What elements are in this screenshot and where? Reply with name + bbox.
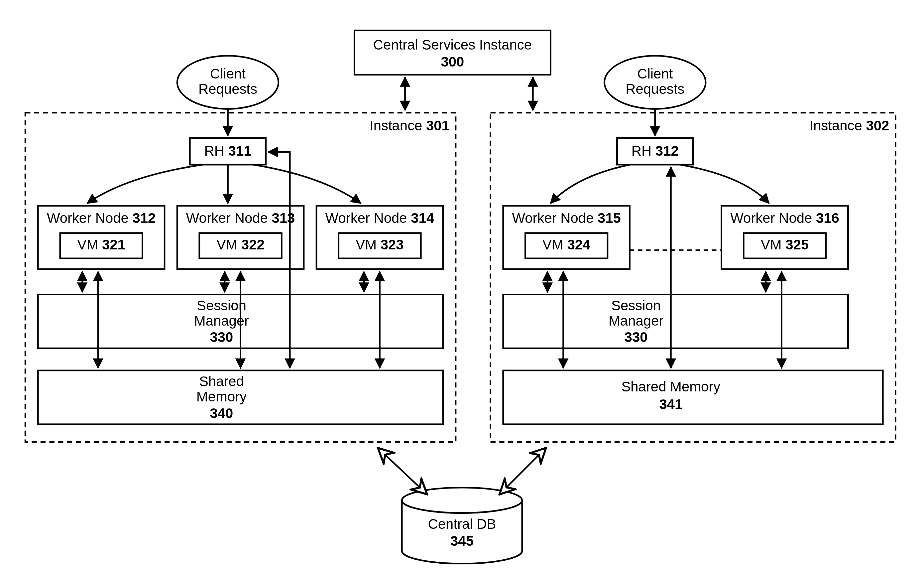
svg-text:Shared Memory: Shared Memory xyxy=(621,379,720,394)
svg-text:Session: Session xyxy=(611,298,661,313)
svg-text:VM 323: VM 323 xyxy=(356,237,404,252)
worker-node-316: Worker Node 316 VM 325 xyxy=(721,206,848,269)
rh-to-wn315 xyxy=(551,165,630,203)
svg-text:Worker Node 314: Worker Node 314 xyxy=(325,210,434,226)
rh-to-wn312 xyxy=(87,165,203,203)
svg-text:340: 340 xyxy=(210,406,233,421)
svg-text:Worker Node 312: Worker Node 312 xyxy=(47,210,155,226)
right-to-db xyxy=(501,450,544,493)
rh-right-text: RH 312 xyxy=(632,143,679,159)
client-left-l2: Requests xyxy=(198,81,257,97)
worker-node-312: Worker Node 312 VM 321 xyxy=(38,206,165,269)
svg-text:345: 345 xyxy=(450,533,474,549)
svg-text:Worker Node 313: Worker Node 313 xyxy=(186,210,295,226)
svg-point-32 xyxy=(402,488,522,513)
client-left-l1: Client xyxy=(210,66,246,81)
instance-right-label: Instance 302 xyxy=(809,118,889,133)
svg-text:Manager: Manager xyxy=(609,313,663,329)
svg-text:Worker Node 315: Worker Node 315 xyxy=(512,210,620,226)
svg-text:341: 341 xyxy=(659,396,682,412)
central-services-num: 300 xyxy=(441,54,464,70)
svg-text:330: 330 xyxy=(625,329,648,345)
rh-to-wn316 xyxy=(680,165,769,203)
client-right-l2: Requests xyxy=(625,81,684,97)
svg-text:Central DB: Central DB xyxy=(428,516,496,532)
session-right xyxy=(503,294,848,348)
svg-text:VM 321: VM 321 xyxy=(78,237,125,252)
left-to-db xyxy=(380,450,425,493)
svg-text:VM 324: VM 324 xyxy=(543,237,591,252)
svg-text:Memory: Memory xyxy=(196,389,247,404)
svg-text:VM 322: VM 322 xyxy=(216,237,264,252)
svg-text:330: 330 xyxy=(210,329,233,345)
worker-node-313: Worker Node 313 VM 322 xyxy=(177,206,304,269)
client-right-l1: Client xyxy=(637,66,673,81)
svg-text:Shared: Shared xyxy=(199,374,244,389)
central-services-title: Central Services Instance xyxy=(373,37,532,53)
svg-text:VM 325: VM 325 xyxy=(761,237,808,252)
rh-left-text: RH 311 xyxy=(204,143,251,159)
svg-text:Session: Session xyxy=(197,298,246,313)
svg-text:Worker Node 316: Worker Node 316 xyxy=(730,210,839,226)
worker-node-314: Worker Node 314 VM 323 xyxy=(317,206,443,269)
rh-to-wn314 xyxy=(253,165,361,203)
diagram-canvas: Central Services Instance 300 Client Req… xyxy=(0,0,924,581)
instance-left-label: Instance 301 xyxy=(370,118,449,133)
central-db: Central DB 345 xyxy=(402,488,522,563)
worker-node-315: Worker Node 315 VM 324 xyxy=(503,206,630,269)
